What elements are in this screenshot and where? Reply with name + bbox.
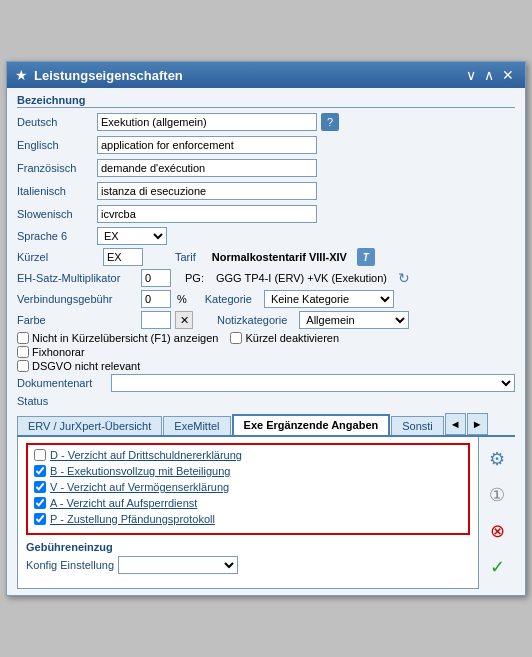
tab-exemittel[interactable]: ExeMittel <box>163 416 230 435</box>
sprache-select[interactable]: EX <box>97 227 167 245</box>
refresh-icon[interactable]: ↻ <box>395 269 413 287</box>
tab-exe-ergaenzend[interactable]: Exe Ergänzende Angaben <box>232 414 391 435</box>
verbindung-label: Verbindungsgebühr <box>17 293 137 305</box>
title-controls: ∨ ∧ ✕ <box>463 68 517 82</box>
exe-checkbox-A[interactable] <box>34 497 46 509</box>
pg-label: PG: <box>185 272 204 284</box>
sprache-label: Sprache 6 <box>17 230 97 242</box>
franzoesisch-input[interactable] <box>97 159 317 177</box>
dokumentenart-row: Dokumentenart <box>17 374 515 392</box>
gebuehr-section: Gebühreneinzug Konfig Einstellung <box>26 541 470 574</box>
close-button[interactable]: ✕ <box>499 68 517 82</box>
tabs-area: ERV / JurXpert-Übersicht ExeMittel Exe E… <box>17 413 515 589</box>
kuerzel-label: Kürzel <box>17 251 97 263</box>
status-label: Status <box>17 395 107 407</box>
deutsch-row: Deutsch ? <box>17 112 515 132</box>
exe-checkbox-P[interactable] <box>34 513 46 525</box>
exe-label-V[interactable]: V - Verzicht auf Vermögenserklärung <box>50 481 229 493</box>
dokumentenart-select[interactable] <box>111 374 515 392</box>
konfig-select[interactable] <box>118 556 238 574</box>
restore-button[interactable]: ∧ <box>481 68 497 82</box>
nicht-in-kurzel-item: Nicht in Kürzelübersicht (F1) anzeigen <box>17 332 218 344</box>
star-icon: ★ <box>15 67 28 83</box>
color-box[interactable] <box>141 311 171 329</box>
kurzel-deaktivieren-item: Kürzel deaktivieren <box>230 332 339 344</box>
exe-item-P: P - Zustellung Pfändungsprotokoll <box>34 513 462 525</box>
italienisch-label: Italienisch <box>17 185 97 197</box>
tabs-row: ERV / JurXpert-Übersicht ExeMittel Exe E… <box>17 413 515 437</box>
dsgvo-checkbox[interactable] <box>17 360 29 372</box>
exe-label-A[interactable]: A - Verzicht auf Aufsperrdienst <box>50 497 197 509</box>
exe-checkbox-B[interactable] <box>34 465 46 477</box>
checkbox-row-3: DSGVO nicht relevant <box>17 360 515 372</box>
main-window: ★ Leistungseigenschaften ∨ ∧ ✕ Bezeichnu… <box>6 61 526 596</box>
exe-label-D[interactable]: D - Verzicht auf Drittschuldnererklärung <box>50 449 242 461</box>
tab-content: D - Verzicht auf Drittschuldnererklärung… <box>17 437 479 589</box>
kategorie-select[interactable]: Keine Kategorie <box>264 290 394 308</box>
exe-item-D: D - Verzicht auf Drittschuldnererklärung <box>34 449 462 461</box>
tab-erv[interactable]: ERV / JurXpert-Übersicht <box>17 416 162 435</box>
italienisch-row: Italienisch <box>17 181 515 201</box>
konfig-row: Konfig Einstellung <box>26 556 470 574</box>
slowenisch-input[interactable] <box>97 205 317 223</box>
franzoesisch-label: Französisch <box>17 162 97 174</box>
exe-checkbox-V[interactable] <box>34 481 46 493</box>
nicht-in-kurzel-checkbox[interactable] <box>17 332 29 344</box>
eh-input[interactable] <box>141 269 171 287</box>
italienisch-input[interactable] <box>97 182 317 200</box>
notizkategorie-label: Notizkategorie <box>217 314 287 326</box>
tab-content-wrapper: D - Verzicht auf Drittschuldnererklärung… <box>17 437 515 589</box>
tarif-icon: T <box>357 248 375 266</box>
status-row: Status <box>17 395 515 407</box>
verbindung-input[interactable] <box>141 290 171 308</box>
fixhonorar-item: Fixhonorar <box>17 346 85 358</box>
percent-sign: % <box>177 293 187 305</box>
verb-row: Verbindungsgebühr % Kategorie Keine Kate… <box>17 290 515 308</box>
exe-item-B: B - Exekutionsvollzug mit Beteiligung <box>34 465 462 477</box>
confirm-button[interactable]: ✓ <box>483 553 511 581</box>
farbe-label: Farbe <box>17 314 137 326</box>
tab-forward-button[interactable]: ► <box>467 413 488 435</box>
exe-checkbox-D[interactable] <box>34 449 46 461</box>
color-clear-button[interactable]: ✕ <box>175 311 193 329</box>
dokumentenart-label: Dokumentenart <box>17 377 107 389</box>
eh-label: EH-Satz-Multiplikator <box>17 272 137 284</box>
tab-sonsti[interactable]: Sonsti <box>391 416 444 435</box>
englisch-row: Englisch <box>17 135 515 155</box>
minimize-button[interactable]: ∨ <box>463 68 479 82</box>
gear-button[interactable]: ⚙ <box>483 445 511 473</box>
tarif-value: Normalkostentarif VIII-XIV <box>212 251 347 263</box>
slowenisch-row: Slowenisch <box>17 204 515 224</box>
konfig-label: Konfig Einstellung <box>26 559 114 571</box>
title-bar: ★ Leistungseigenschaften ∨ ∧ ✕ <box>7 62 525 88</box>
deutsch-label: Deutsch <box>17 116 97 128</box>
dsgvo-item: DSGVO nicht relevant <box>17 360 140 372</box>
tarif-label: Tarif <box>175 251 196 263</box>
kurzel-deaktivieren-checkbox[interactable] <box>230 332 242 344</box>
deutsch-input[interactable] <box>97 113 317 131</box>
exe-label-B[interactable]: B - Exekutionsvollzug mit Beteiligung <box>50 465 230 477</box>
fixhonorar-checkbox[interactable] <box>17 346 29 358</box>
pg-value: GGG TP4-I (ERV) +VK (Exekution) <box>216 272 387 284</box>
cancel-button[interactable]: ⊗ <box>483 517 511 545</box>
window-title: Leistungseigenschaften <box>34 68 183 83</box>
sprache-row: Sprache 6 EX <box>17 227 515 245</box>
exe-item-A: A - Verzicht auf Aufsperrdienst <box>34 497 462 509</box>
bezeichnung-header: Bezeichnung <box>17 94 515 108</box>
englisch-label: Englisch <box>17 139 97 151</box>
notizkategorie-select[interactable]: Allgemein <box>299 311 409 329</box>
kuerzel-input[interactable] <box>103 248 143 266</box>
title-bar-left: ★ Leistungseigenschaften <box>15 67 183 83</box>
deutsch-help-button[interactable]: ? <box>321 113 339 131</box>
englisch-input[interactable] <box>97 136 317 154</box>
franzoesisch-row: Französisch <box>17 158 515 178</box>
tab-back-button[interactable]: ◄ <box>445 413 466 435</box>
eh-row: EH-Satz-Multiplikator PG: GGG TP4-I (ERV… <box>17 269 515 287</box>
exe-label-P[interactable]: P - Zustellung Pfändungsprotokoll <box>50 513 215 525</box>
gebuehr-label: Gebühreneinzug <box>26 541 470 553</box>
coin-button[interactable]: ① <box>483 481 511 509</box>
main-content: Bezeichnung Deutsch ? Englisch Französis… <box>7 88 525 595</box>
side-icons: ⚙ ① ⊗ ✓ <box>479 437 515 589</box>
kurzel-deaktivieren-label: Kürzel deaktivieren <box>245 332 339 344</box>
checkbox-row-2: Fixhonorar <box>17 346 515 358</box>
